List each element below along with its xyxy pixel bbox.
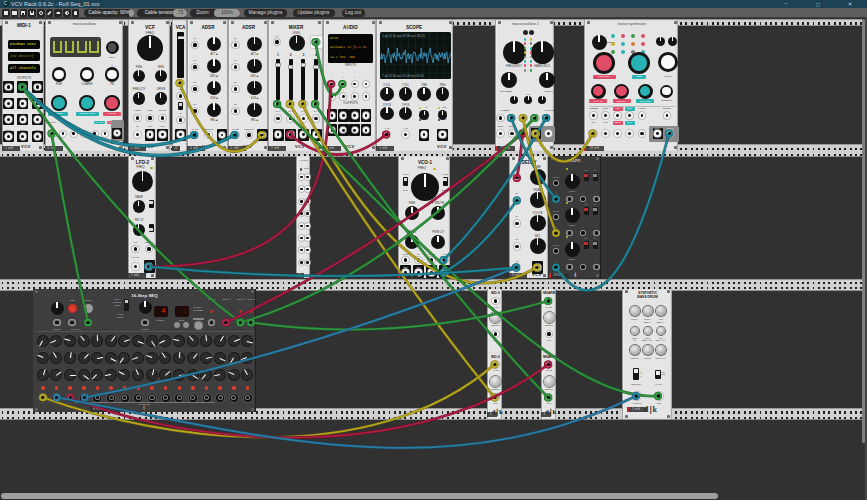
svg-text:7 dy 55.00 war 55.08 win 55.00: 7 dy 55.00 war 55.08 win 55.00 [382,74,424,78]
svg-text:1 dy 55.41 war 85.86 win -85.5: 1 dy 55.41 war 85.86 win -85.53 [382,33,425,37]
